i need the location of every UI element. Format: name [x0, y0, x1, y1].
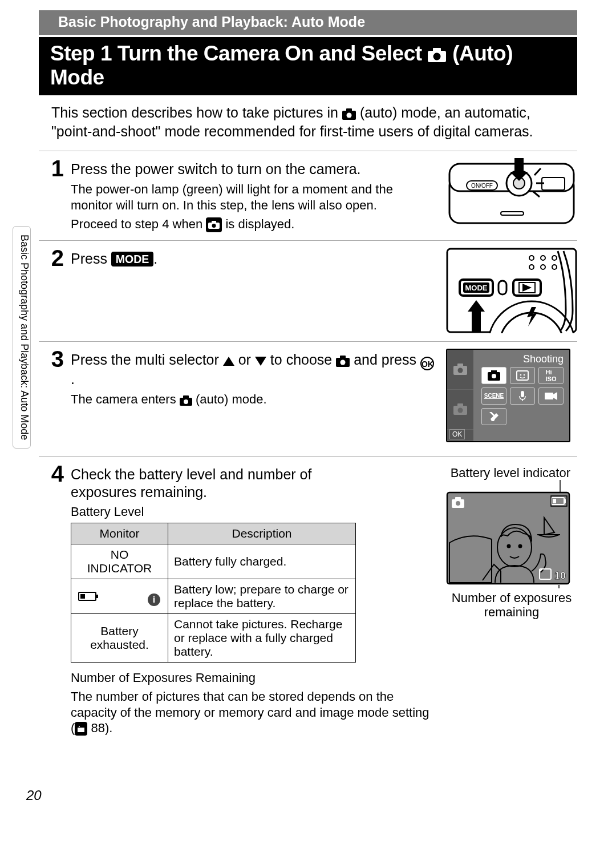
step1-desc2: Proceed to step 4 when is displayed.: [71, 216, 435, 232]
svg-rect-63: [521, 391, 524, 397]
grid-camera-icon: [481, 367, 506, 384]
step-1: 1 Press the power switch to turn on the …: [39, 155, 577, 236]
battery-heading: Battery Level: [71, 504, 435, 519]
page-ref-number: 88: [91, 721, 104, 735]
step-4: 4 Check the battery level and number of …: [39, 460, 577, 740]
step-2: 2 Press MODE. MODE: [39, 244, 577, 337]
step2-title-a: Press: [71, 251, 111, 266]
grid-movie-icon: [538, 387, 564, 405]
screen-ok: OK: [449, 429, 465, 439]
svg-marker-66: [553, 392, 557, 400]
step4-figure: Battery level indicator: [446, 460, 577, 623]
svg-rect-55: [457, 403, 463, 406]
svg-rect-15: [542, 177, 565, 190]
svg-rect-76: [455, 497, 461, 500]
svg-point-2: [433, 53, 441, 60]
page-ref-icon: [75, 722, 87, 735]
step2-title: Press MODE.: [71, 250, 435, 268]
col-camera-faded-icon: [447, 390, 473, 430]
down-arrow-icon: [255, 357, 266, 366]
svg-rect-45: [183, 395, 189, 398]
step-number: 4: [39, 460, 64, 485]
page-title: Step 1 Turn the Camera On and Select (Au…: [39, 37, 577, 95]
svg-rect-58: [491, 370, 497, 373]
camera-icon: [427, 47, 447, 63]
svg-rect-65: [545, 393, 553, 399]
exposures-desc: The number of pictures that can be store…: [71, 689, 435, 736]
up-arrow-icon: [223, 357, 234, 366]
t3d: and press: [354, 352, 420, 368]
t3a: Press the multi selector: [71, 352, 223, 368]
cell-desc3: Cannot take pictures. Recharge or replac…: [168, 614, 356, 663]
svg-point-85: [519, 545, 522, 548]
svg-rect-19: [514, 158, 524, 172]
svg-rect-1: [433, 48, 441, 52]
t3c: to choose: [270, 352, 336, 368]
step-number: 2: [39, 244, 64, 337]
svg-point-8: [212, 224, 216, 228]
step1-desc1: The power-on lamp (green) will light for…: [71, 181, 435, 213]
svg-text:MODE: MODE: [465, 284, 488, 292]
step1-figure: ON/OFF: [446, 155, 577, 236]
step1-desc2b: is displayed.: [225, 217, 294, 231]
svg-rect-40: [472, 312, 481, 332]
table-row: Battery exhausted. Cannot take pictures.…: [71, 614, 356, 663]
expb: ).: [105, 721, 112, 735]
svg-rect-7: [212, 221, 216, 223]
t3b: or: [238, 352, 255, 368]
svg-point-84: [508, 545, 510, 548]
step4-title: Check the battery level and number of ex…: [71, 466, 339, 502]
svg-rect-80: [553, 499, 556, 503]
step2-title-b: .: [153, 251, 157, 266]
cell-desc2: Battery low; prepare to charge or replac…: [168, 579, 356, 614]
step-3: 3 Press the multi selector or to choose …: [39, 345, 577, 446]
svg-rect-32: [499, 281, 506, 294]
grid-mic-icon: [510, 387, 535, 405]
svg-point-5: [346, 113, 351, 118]
camera-icon: [336, 356, 350, 367]
th-monitor: Monitor: [71, 523, 168, 544]
table-row: NO INDICATOR Battery fully charged.: [71, 544, 356, 579]
camera-icon: [342, 108, 356, 120]
camera-icon: [180, 395, 192, 406]
intro-text: This section describes how to take pictu…: [51, 103, 565, 140]
svg-rect-4: [346, 108, 352, 111]
svg-rect-60: [517, 371, 528, 380]
ok-icon: OK: [420, 357, 434, 370]
battery-table: Monitor Description NO INDICATOR Battery…: [71, 523, 356, 663]
grid-setup-icon: [481, 408, 506, 425]
svg-rect-69: [80, 594, 85, 599]
cell-batt-exhausted: Battery exhausted.: [71, 614, 168, 663]
svg-point-62: [524, 374, 525, 375]
exposures-heading: Number of Exposures Remaining: [71, 671, 435, 685]
title-prefix: Step 1 Turn the Camera On and Select: [50, 42, 427, 65]
step2-figure: MODE: [446, 244, 577, 337]
step3-figure: Shooting: [446, 345, 577, 446]
svg-point-46: [184, 399, 188, 404]
grid-iso-icon: Hi ISO: [538, 367, 564, 384]
page-number: 20: [26, 788, 42, 803]
svg-rect-68: [96, 595, 98, 598]
t3e: .: [71, 371, 75, 387]
th-description: Description: [168, 523, 356, 544]
d3b: (auto) mode.: [196, 392, 267, 406]
cell-desc1: Battery fully charged.: [168, 544, 356, 579]
side-tab: Basic Photography and Playback: Auto Mod…: [13, 226, 31, 449]
step3-title: Press the multi selector or to choose an…: [71, 351, 435, 388]
svg-text:10: 10: [554, 570, 566, 582]
step-number: 1: [39, 155, 64, 236]
expa: The number of pictures that can be store…: [71, 689, 429, 735]
step1-title: Press the power switch to turn on the ca…: [71, 160, 435, 178]
section-header: Basic Photography and Playback: Auto Mod…: [39, 10, 577, 35]
screen-title: Shooting: [523, 353, 564, 365]
table-row: Battery low; prepare to charge or replac…: [71, 579, 356, 614]
svg-point-61: [520, 374, 522, 375]
step3-desc: The camera enters (auto) mode.: [71, 391, 435, 407]
callout-battery-indicator: Battery level indicator: [446, 466, 577, 480]
svg-point-56: [458, 408, 463, 413]
svg-rect-42: [340, 356, 346, 358]
mode-badge: MODE: [111, 252, 154, 266]
svg-point-53: [458, 368, 463, 373]
step1-desc2a: Proceed to step 4 when: [71, 217, 206, 231]
d3a: The camera enters: [71, 392, 180, 406]
